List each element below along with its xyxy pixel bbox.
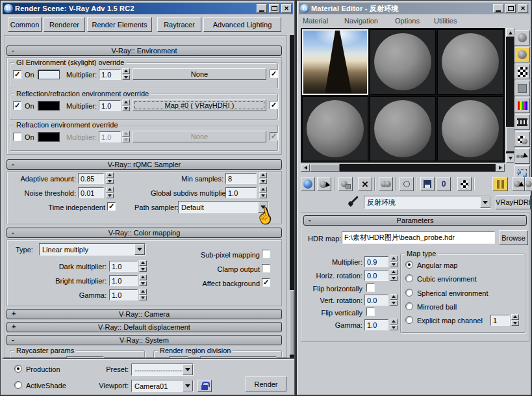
material-name-dropdown[interactable]: 反射环境 <box>364 196 491 209</box>
reflection-map-enable-checkbox[interactable]: ✓ <box>270 101 278 109</box>
render-window-titlebar[interactable]: G Render Scene: V-Ray Adv 1.5 RC2 ✕ <box>3 3 293 14</box>
slots-scroll-right-button[interactable] <box>496 164 505 172</box>
flip-horizontal-checkbox[interactable] <box>366 284 375 292</box>
material-editor-options-button[interactable] <box>514 131 530 147</box>
tab-render-elements[interactable]: Render Elements <box>87 17 152 32</box>
explicit-channel-field[interactable]: 1 <box>490 315 510 326</box>
noise-threshold-spinner[interactable] <box>106 187 114 198</box>
reflection-multiplier-spinner[interactable] <box>122 99 130 111</box>
dark-multiplier-spinner[interactable] <box>139 260 147 272</box>
show-end-result-button[interactable] <box>492 177 508 191</box>
dropdown-arrow-icon[interactable] <box>134 244 145 255</box>
sample-slot-3[interactable] <box>437 29 503 95</box>
reflection-on-checkbox[interactable]: ✓ <box>13 101 21 110</box>
angular-map-radio[interactable] <box>405 261 413 269</box>
gamma-field[interactable]: 1.0 <box>109 289 138 300</box>
activeshade-radio[interactable] <box>14 381 22 389</box>
rollout-camera-header[interactable]: + V-Ray:: Camera <box>6 309 282 319</box>
min-samples-field[interactable]: 8 <box>225 173 257 184</box>
go-forward-sibling-button[interactable] <box>525 177 532 191</box>
hdr-multiplier-spinner[interactable] <box>390 256 398 267</box>
slots-scroll-left-button[interactable] <box>301 164 310 172</box>
slots-vscroll-thumb[interactable] <box>506 127 514 152</box>
get-material-button[interactable] <box>301 177 315 191</box>
menu-utilities[interactable]: Utilities <box>434 17 457 25</box>
close-button[interactable]: ✕ <box>281 4 292 13</box>
make-preview-button[interactable] <box>514 114 530 130</box>
gi-map-button[interactable]: None <box>133 68 266 80</box>
affect-background-checkbox[interactable]: ✓ <box>262 278 270 287</box>
make-material-copy-button[interactable] <box>379 177 393 191</box>
sample-slot-hdri-selected[interactable] <box>302 29 368 95</box>
make-unique-button[interactable] <box>399 177 414 191</box>
dropdown-arrow-icon[interactable] <box>183 364 193 375</box>
browse-button[interactable]: Browse <box>499 230 528 245</box>
slots-horizontal-scrollbar[interactable] <box>310 164 496 172</box>
vert-rotation-field[interactable]: 0.0 <box>364 295 388 306</box>
explicit-channel-spinner[interactable] <box>511 314 519 326</box>
preset-dropdown[interactable]: ------------------------ <box>131 363 194 376</box>
minimize-button[interactable] <box>493 4 503 13</box>
adaptive-amount-field[interactable]: 0.85 <box>78 173 104 184</box>
render-button[interactable]: Render <box>246 376 286 391</box>
production-radio[interactable] <box>14 365 22 373</box>
reset-material-button[interactable]: ✕ <box>358 177 372 191</box>
sample-slot-2[interactable] <box>370 29 436 95</box>
subpixel-checkbox[interactable] <box>262 250 270 258</box>
gi-on-checkbox[interactable]: ✓ <box>13 70 21 79</box>
menu-material[interactable]: Material <box>303 17 328 25</box>
hdr-multiplier-field[interactable]: 0.9 <box>364 256 388 267</box>
pick-material-button[interactable] <box>349 199 361 211</box>
explicit-map-channel-radio[interactable] <box>405 316 413 324</box>
gi-multiplier-spinner[interactable] <box>122 68 130 80</box>
background-button[interactable] <box>514 64 530 79</box>
sample-slot-4[interactable] <box>302 96 368 162</box>
refraction-on-checkbox[interactable] <box>13 133 21 141</box>
min-samples-spinner[interactable] <box>259 172 267 184</box>
dropdown-arrow-icon[interactable] <box>480 196 490 208</box>
slots-scroll-up-button[interactable] <box>506 28 514 37</box>
clamp-output-checkbox[interactable] <box>262 264 270 272</box>
go-to-parent-button[interactable] <box>512 177 525 191</box>
put-to-library-button[interactable] <box>420 177 435 191</box>
assign-material-button[interactable] <box>338 177 353 191</box>
adaptive-amount-spinner[interactable] <box>106 172 114 184</box>
refraction-color-swatch[interactable] <box>38 132 60 142</box>
slots-hscroll-thumb[interactable] <box>310 164 340 172</box>
menu-navigation[interactable]: Navigation <box>344 17 378 25</box>
horiz-rotation-field[interactable]: 0.0 <box>364 270 388 281</box>
rollout-parameters-header[interactable]: - Parameters <box>303 215 527 226</box>
render-panel-scrollbar[interactable] <box>290 35 294 358</box>
rollout-qmc-header[interactable]: - V-Ray:: rQMC Sampler <box>6 159 282 170</box>
hdr-gamma-spinner[interactable] <box>390 319 398 330</box>
hdr-map-path-field[interactable]: F:\素材\HDR图片\beach_probe.hdr <box>342 231 495 244</box>
minimize-button[interactable] <box>257 4 267 13</box>
reflection-multiplier-field[interactable]: 1.0 <box>99 100 121 111</box>
spherical-environment-radio[interactable] <box>405 289 413 297</box>
material-editor-titlebar[interactable]: G Material Editor - 反射环境 ✕ <box>299 3 529 14</box>
gi-map-enable-checkbox[interactable]: ✓ <box>270 70 278 78</box>
noise-threshold-field[interactable]: 0.01 <box>78 187 104 198</box>
viewport-lock-button[interactable] <box>197 380 212 392</box>
show-map-in-viewport-button[interactable] <box>457 177 472 191</box>
bright-multiplier-field[interactable]: 1.0 <box>109 275 138 286</box>
gi-multiplier-field[interactable]: 1.0 <box>99 69 121 80</box>
dropdown-arrow-icon[interactable] <box>183 380 193 391</box>
scrollbar-thumb[interactable] <box>290 290 294 355</box>
material-id-channel-button[interactable]: 0 <box>437 177 451 191</box>
viewport-dropdown[interactable]: Camera01 <box>131 380 194 392</box>
rollout-system-header[interactable]: - V-Ray:: System <box>6 335 282 345</box>
rollout-environment-header[interactable]: - V-Ray:: Environment <box>6 46 282 56</box>
select-by-material-button[interactable] <box>514 148 530 164</box>
bright-multiplier-spinner[interactable] <box>139 274 147 286</box>
global-subdivs-field[interactable]: 1.0 <box>225 187 257 198</box>
time-independent-checkbox[interactable]: ✓ <box>107 202 116 211</box>
color-mapping-type-dropdown[interactable]: Linear multiply <box>39 243 146 256</box>
sample-type-button[interactable] <box>514 30 530 46</box>
sample-uv-tiling-button[interactable] <box>514 81 530 96</box>
tab-renderer[interactable]: Renderer <box>44 17 85 32</box>
put-material-to-scene-button[interactable] <box>317 177 331 191</box>
slots-vertical-scrollbar[interactable] <box>506 37 514 153</box>
menu-options[interactable]: Options <box>395 17 420 25</box>
global-subdivs-spinner[interactable] <box>259 187 267 198</box>
